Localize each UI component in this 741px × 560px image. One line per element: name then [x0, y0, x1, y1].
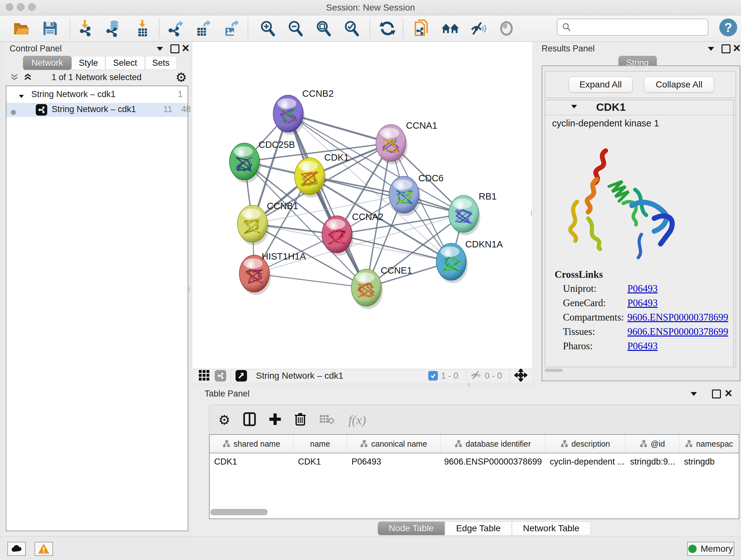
- warnings-button[interactable]: [35, 542, 53, 556]
- network-edge[interactable]: [254, 273, 366, 288]
- network-edge[interactable]: [254, 214, 464, 273]
- collapse-all-button[interactable]: Collapse All: [644, 77, 714, 92]
- tab-style[interactable]: Style: [71, 56, 105, 70]
- cdk1-card-header[interactable]: CDK1: [545, 100, 736, 115]
- cell-name[interactable]: CDK1: [293, 453, 347, 470]
- network-edge[interactable]: [337, 234, 451, 262]
- tab-select[interactable]: Select: [105, 56, 145, 70]
- memory-button[interactable]: Memory: [687, 542, 734, 556]
- results-horizontal-scrollbar[interactable]: [545, 369, 562, 372]
- import-table-file-icon[interactable]: [133, 19, 151, 38]
- cell-namespace[interactable]: stringdb: [679, 453, 739, 470]
- control-panel-collapse-icon[interactable]: [156, 46, 164, 53]
- search-field[interactable]: [557, 18, 709, 36]
- network-canvas[interactable]: CCNB2CCNA1CDC25BCDK1CDC6RB1CCNB1CCNA2CDK…: [192, 42, 532, 369]
- hide-selected-icon[interactable]: [469, 19, 488, 38]
- zoom-in-icon[interactable]: [259, 19, 277, 38]
- network-options-gear-icon[interactable]: ⚙: [176, 70, 187, 84]
- cloud-sync-button[interactable]: [7, 542, 26, 556]
- compartments-link[interactable]: 9606.ENSP00000378699: [627, 312, 728, 323]
- home-icon[interactable]: [441, 19, 460, 38]
- network-node-HIST1H1A[interactable]: HIST1H1A: [239, 251, 306, 295]
- network-node-CCNB2[interactable]: CCNB2: [273, 88, 333, 135]
- string-style-icon[interactable]: [215, 370, 226, 381]
- selected-nodes-checkbox[interactable]: [428, 371, 438, 381]
- genecard-link[interactable]: P06493: [627, 297, 658, 309]
- cell-description[interactable]: cyclin-dependent ...: [545, 453, 626, 470]
- network-node-CCNB1[interactable]: CCNB1: [238, 201, 298, 245]
- tab-edge-table[interactable]: Edge Table: [445, 521, 512, 536]
- cell-shared-name[interactable]: CDK1: [210, 453, 293, 470]
- results-panel-collapse-icon[interactable]: [707, 46, 715, 53]
- import-network-database-icon[interactable]: [104, 19, 122, 38]
- function-builder-icon[interactable]: f(x): [348, 413, 366, 428]
- search-input[interactable]: [571, 22, 694, 33]
- export-table-icon[interactable]: [193, 19, 212, 38]
- results-panel-close-icon[interactable]: ×: [733, 44, 740, 54]
- delete-column-icon[interactable]: [294, 412, 307, 428]
- network-node-CCNE1[interactable]: CCNE1: [351, 265, 412, 309]
- hidden-items-icon[interactable]: [471, 370, 482, 381]
- navigator-crosshair-icon[interactable]: [515, 369, 527, 383]
- tab-node-table[interactable]: Node Table: [378, 521, 445, 536]
- table-horizontal-scrollbar[interactable]: [209, 508, 739, 517]
- tree-expand-icon[interactable]: [19, 95, 24, 98]
- import-network-file-icon[interactable]: [77, 19, 95, 38]
- tab-sets[interactable]: Sets: [145, 56, 177, 70]
- cell-id[interactable]: stringdb:9...: [625, 453, 679, 470]
- network-node-RB1[interactable]: RB1: [449, 191, 496, 235]
- node-label-CCNA2: CCNA2: [352, 212, 383, 222]
- table-panel-float-icon[interactable]: [712, 389, 721, 400]
- delete-table-icon[interactable]: [319, 414, 334, 426]
- column-header-name[interactable]: name: [293, 435, 347, 453]
- export-network-icon[interactable]: [166, 19, 185, 38]
- open-in-window-icon[interactable]: [235, 370, 247, 381]
- table-settings-gear-icon[interactable]: ⚙: [218, 412, 230, 428]
- show-all-icon[interactable]: [497, 19, 516, 38]
- share-file-icon[interactable]: [412, 19, 431, 38]
- create-column-icon[interactable]: [269, 413, 281, 427]
- right-splitter-handle[interactable]: [531, 210, 532, 216]
- column-header-canonical-name[interactable]: canonical name: [347, 435, 441, 453]
- refresh-view-icon[interactable]: [378, 19, 397, 38]
- left-splitter-handle[interactable]: [189, 287, 190, 293]
- network-collection-row[interactable]: String Network – cdk1 1: [6, 89, 188, 102]
- tab-network-table[interactable]: Network Table: [512, 521, 591, 536]
- cdk1-collapse-icon[interactable]: [571, 105, 577, 108]
- column-header-shared-name[interactable]: shared name: [210, 435, 293, 453]
- save-session-icon[interactable]: [41, 19, 59, 38]
- cell-canonical-name[interactable]: P06493: [347, 453, 441, 470]
- table-panel-close-icon[interactable]: ×: [725, 389, 732, 399]
- results-panel-float-icon[interactable]: [722, 44, 731, 55]
- network-row-selected[interactable]: String Network – cdk1 11 48: [6, 103, 188, 117]
- column-header-description[interactable]: description: [545, 435, 626, 453]
- zoom-out-icon[interactable]: [286, 19, 305, 38]
- birdseye-grid-icon[interactable]: [198, 369, 210, 382]
- pharos-link[interactable]: P06493: [627, 340, 658, 352]
- column-header-database-identifier[interactable]: database identifier: [441, 435, 545, 453]
- table-panel-collapse-icon[interactable]: [690, 391, 698, 398]
- zoom-selected-icon[interactable]: [342, 19, 361, 38]
- network-edge[interactable]: [288, 114, 366, 288]
- tab-network[interactable]: Network: [23, 56, 71, 70]
- show-columns-icon[interactable]: [243, 412, 256, 428]
- network-node-CCNA2[interactable]: CCNA2: [322, 212, 383, 256]
- tissues-link[interactable]: 9606.ENSP00000378699: [627, 326, 728, 337]
- column-header-namespace[interactable]: namespac: [679, 435, 739, 453]
- network-node-CDC25B[interactable]: CDC25B: [229, 139, 295, 183]
- zoom-fit-icon[interactable]: [314, 19, 333, 38]
- open-file-icon[interactable]: [12, 19, 30, 38]
- column-header-id[interactable]: @id: [625, 435, 679, 453]
- results-vertical-scrollbar[interactable]: [733, 100, 734, 367]
- export-image-icon[interactable]: [221, 19, 240, 38]
- network-node-CDC6[interactable]: CDC6: [389, 173, 444, 216]
- control-panel-float-icon[interactable]: [171, 44, 179, 55]
- help-button[interactable]: ?: [719, 18, 737, 37]
- uniprot-link[interactable]: P06493: [627, 283, 658, 294]
- network-node-CDKN1A[interactable]: CDKN1A: [436, 239, 503, 283]
- network-graph[interactable]: CCNB2CCNA1CDC25BCDK1CDC6RB1CCNB1CCNA2CDK…: [192, 42, 532, 369]
- expand-all-button[interactable]: Expand All: [569, 77, 632, 92]
- cell-database-identifier[interactable]: 9606.ENSP00000378699: [441, 453, 545, 470]
- control-panel-close-icon[interactable]: ×: [182, 44, 189, 54]
- node-label-CCNA1: CCNA1: [406, 120, 437, 131]
